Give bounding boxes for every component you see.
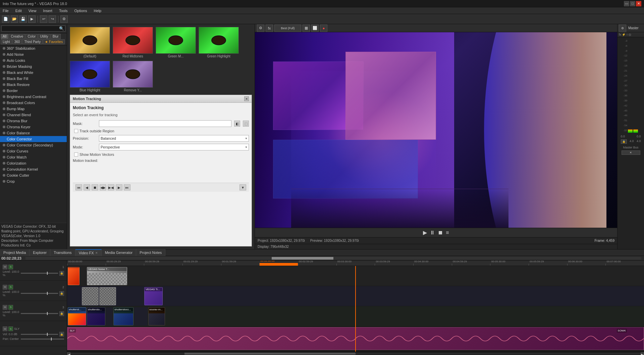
fx-item[interactable]: Colorization [0, 160, 67, 166]
mt-mode-select[interactable]: Perspective [99, 144, 249, 150]
tab-color[interactable]: Color [25, 34, 38, 39]
clip-v3-4[interactable]: sourav-m... [148, 307, 165, 325]
thumbnail-image[interactable] [70, 27, 110, 54]
fx-item[interactable]: Black and White [0, 70, 67, 76]
thumbnail-image[interactable] [70, 61, 110, 88]
fx-item[interactable]: Black Restore [0, 82, 67, 88]
master-solo-button[interactable]: ◎ [629, 33, 631, 36]
fx-item[interactable]: Add Noise [0, 51, 67, 57]
track-lock-button-3[interactable]: 🔒 [59, 311, 64, 316]
menu-tools[interactable]: Tools [58, 8, 69, 13]
scroll-right-btn[interactable]: ▶ [641, 352, 644, 355]
open-button[interactable]: 📂 [11, 15, 18, 23]
fx-item[interactable]: Color Corrector (Secondary) [0, 142, 67, 148]
fx-item[interactable]: Chroma Keyer [0, 124, 67, 130]
mute-icon-audio[interactable]: M [3, 326, 7, 331]
minimize-button[interactable]: — [624, 1, 629, 6]
tab-project-notes[interactable]: Project Notes [136, 249, 165, 256]
menu-insert[interactable]: Insert [42, 8, 54, 13]
mt-end-button[interactable]: ⏭ [124, 184, 130, 190]
clip-v1-noise[interactable]: VEGAS Noise T... [87, 267, 127, 285]
fx-item[interactable]: Auto Looks [0, 57, 67, 63]
fx-item[interactable]: Chroma Blur [0, 118, 67, 124]
fx-item[interactable]: Color Curves [0, 148, 67, 154]
scrollbar-thumb[interactable] [184, 353, 356, 355]
new-button[interactable]: 📄 [2, 15, 9, 23]
track-vol-slider[interactable] [21, 334, 58, 335]
fx-item[interactable]: Brightness and Contrast [0, 94, 67, 100]
master-mute-button[interactable]: ○ [626, 33, 628, 36]
clip-v2-vegas[interactable]: VEGAS Ti... [144, 287, 163, 305]
preview-play-button[interactable]: ▶ [423, 229, 427, 236]
mt-prev-frame-button[interactable]: ◀ [84, 184, 90, 190]
clip-v3-2[interactable]: shuttersto... [87, 307, 105, 325]
mute-icon-v3[interactable]: M [3, 305, 7, 310]
track-pan-slider[interactable] [21, 339, 64, 340]
tab-media-generator[interactable]: Media Generator [102, 249, 137, 256]
tab-thirdparty[interactable]: Third Party [22, 39, 43, 44]
tab-favorites[interactable]: ★ Favorites [43, 39, 65, 44]
redo-button[interactable]: ↪ [49, 15, 56, 23]
mt-show-vectors-checkbox[interactable] [74, 152, 78, 157]
menu-options[interactable]: Options [73, 8, 89, 13]
mt-mask-btn2[interactable]: ⬚ [243, 121, 249, 127]
preview-loop-button[interactable]: ≡ [446, 230, 449, 236]
fx-item[interactable]: Convolution Kernel [0, 166, 67, 172]
mt-stop-button[interactable]: ⏹ [92, 184, 98, 190]
master-fx-button[interactable]: ⚡ [622, 33, 626, 36]
preview-snap-button[interactable]: ⬜ [311, 25, 319, 32]
master-close-button[interactable]: ✕ [622, 150, 640, 155]
solo-icon-audio[interactable]: S [8, 326, 13, 331]
mt-close-button[interactable]: ✕ [244, 96, 249, 101]
menu-file[interactable]: File [1, 8, 10, 13]
preview-grid-button[interactable]: ▦ [303, 25, 310, 32]
track-level-slider[interactable] [21, 273, 58, 274]
thumbnail-image[interactable] [156, 27, 196, 54]
thumbnail-image[interactable] [199, 27, 239, 54]
window-controls[interactable]: — □ ✕ [624, 1, 641, 6]
fx-item[interactable]: Cookie Cutter [0, 172, 67, 178]
scroll-left-btn[interactable]: ◀ [67, 352, 70, 355]
fx-item[interactable]: Color Balance [0, 130, 67, 136]
fx-item[interactable]: 360° Stabilization [0, 45, 67, 51]
settings-button[interactable]: ⚙ [60, 15, 68, 23]
preview-record-button[interactable]: ● [320, 25, 327, 32]
preview-fx-button[interactable]: fx [266, 25, 273, 32]
tab-creative[interactable]: Creative [9, 34, 25, 39]
fx-item[interactable]: Bézier Masking [0, 63, 67, 70]
thumbnail-image[interactable] [113, 27, 153, 54]
fx-item[interactable]: Broadcast Colors [0, 100, 67, 106]
save-button[interactable]: 💾 [19, 15, 27, 23]
preview-quality-button[interactable]: Best (Full) [274, 25, 301, 32]
menu-edit[interactable]: Edit [14, 8, 23, 13]
maximize-button[interactable]: □ [630, 1, 635, 6]
clip-v3-1[interactable]: shutterst... [68, 307, 86, 325]
menu-help[interactable]: Help [92, 8, 103, 13]
mt-mask-input[interactable] [99, 120, 231, 127]
fx-item[interactable]: Bump Map [0, 106, 67, 112]
thumbnail-image[interactable] [113, 61, 153, 88]
track-audio-lock[interactable]: 🔒 [59, 332, 64, 337]
meter-lock-button[interactable]: 🔒 [621, 139, 627, 144]
mt-track-back-button[interactable]: ◀▶ [100, 184, 106, 190]
fx-search-input[interactable] [1, 26, 65, 32]
mt-next-frame-button[interactable]: ▶ [116, 184, 122, 190]
fx-item[interactable]: Black Bar Fill [0, 76, 67, 82]
track-level-slider-2[interactable] [21, 293, 58, 294]
mt-mask-btn1[interactable]: ◧ [234, 121, 240, 127]
preview-pause-button[interactable]: ⏸ [430, 230, 435, 236]
fx-item[interactable]: Crop [0, 178, 67, 184]
track-level-slider-3[interactable] [21, 313, 58, 314]
solo-icon-v2[interactable]: S [8, 285, 13, 290]
render-button[interactable]: ▶ [28, 15, 36, 23]
tab-video-fx[interactable]: Video FX ✕ [75, 249, 102, 256]
timeline-scrollbar-top[interactable] [25, 257, 641, 260]
clip-v2-1[interactable] [82, 287, 99, 305]
undo-button[interactable]: ↩ [40, 15, 47, 23]
mt-rewind-button[interactable]: ⏮ [75, 184, 82, 190]
solo-icon[interactable]: S [8, 265, 13, 269]
mt-precision-select[interactable]: Balanced [99, 135, 249, 142]
mt-track-fwd-button[interactable]: ▶◀ [108, 184, 114, 190]
timeline-scrollbar-thumb[interactable] [272, 257, 333, 260]
preview-stop-button[interactable]: ⏹ [438, 230, 443, 236]
